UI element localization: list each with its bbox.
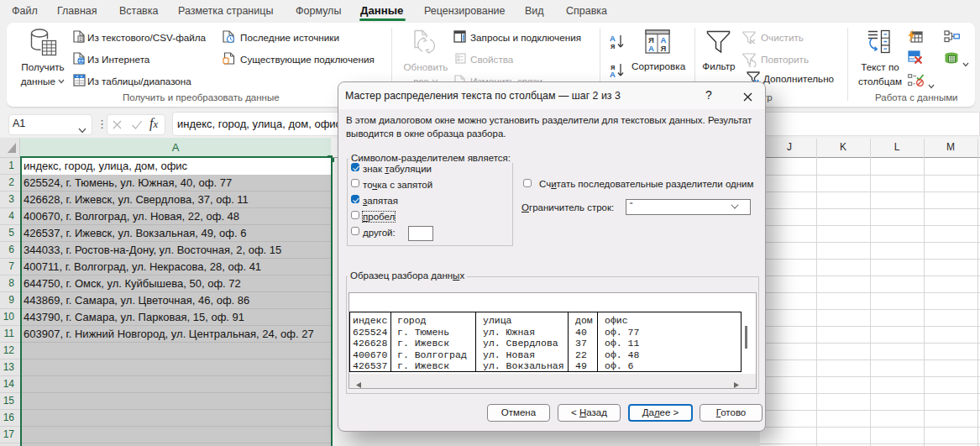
svg-text:А: А — [610, 70, 616, 79]
svg-text:Я: Я — [661, 44, 667, 53]
svg-text:А: А — [648, 44, 654, 53]
svg-text:А: А — [661, 35, 667, 45]
svg-text:я: я — [611, 41, 616, 50]
svg-text:Я: Я — [648, 35, 654, 45]
